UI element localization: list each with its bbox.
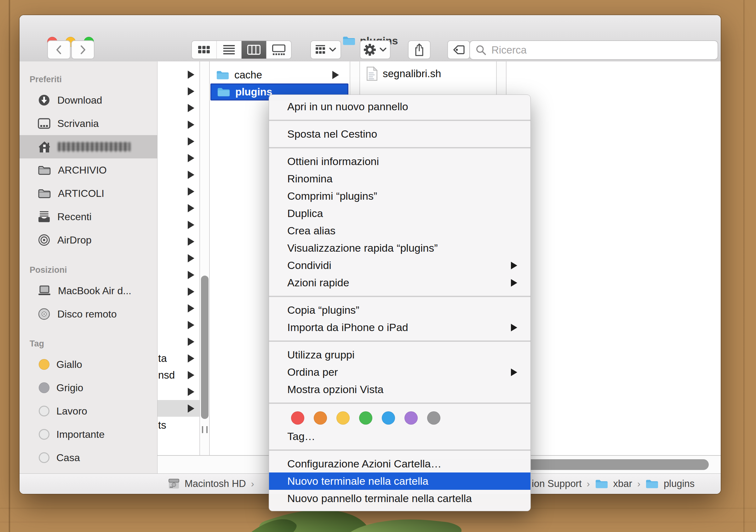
column1-row[interactable] (157, 300, 200, 317)
path-label: Macintosh HD (185, 478, 246, 490)
sidebar-item-archivio[interactable]: ARCHIVIO (19, 158, 157, 182)
sidebar-item-scrivania[interactable]: Scrivania (19, 112, 157, 135)
tag-color-swatch[interactable] (382, 412, 395, 425)
column1-row[interactable] (157, 250, 200, 266)
search-field[interactable] (469, 40, 718, 60)
menu-item-crea-alias[interactable]: Crea alias (269, 222, 530, 239)
disclosure-arrow-icon (188, 354, 194, 362)
column1-row[interactable] (157, 283, 200, 300)
menu-item-sposta-nel-cestino[interactable]: Sposta nel Cestino (269, 125, 530, 143)
gallery-view-button[interactable] (266, 41, 291, 59)
disclosure-arrow-icon (188, 87, 194, 95)
column1-row[interactable] (157, 383, 200, 400)
sidebar-item-importante[interactable]: Importante (19, 423, 157, 446)
folder-icon (38, 188, 51, 199)
menu-item-utilizza-gruppi[interactable]: Utilizza gruppi (269, 346, 530, 363)
share-button[interactable] (408, 40, 431, 59)
column-1-scrollbar-thumb[interactable] (201, 276, 208, 419)
path-segment-disk[interactable]: Macintosh HD › (168, 474, 254, 494)
menu-item-nuovo-terminale-nella-cartella[interactable]: Nuovo terminale nella cartella (269, 472, 530, 490)
menu-item-importa-da-iphone-o-ipad[interactable]: Importa da iPhone o iPad (269, 319, 530, 336)
menu-item-label: Apri in un nuovo pannello (287, 100, 408, 113)
menu-tag-colors (269, 408, 530, 428)
menu-separator (269, 296, 530, 297)
tag-color-swatch[interactable] (337, 412, 350, 425)
columns-view-button[interactable] (242, 41, 266, 59)
tag-color-swatch[interactable] (314, 412, 327, 425)
submenu-arrow-icon (511, 262, 517, 269)
path-label[interactable]: xbar (613, 478, 632, 490)
search-icon (476, 45, 486, 55)
menu-item-nuovo-pannello-terminale-nella-cartella[interactable]: Nuovo pannello terminale nella cartella (269, 490, 530, 507)
menu-item-rinomina[interactable]: Rinomina (269, 170, 530, 187)
sidebar-item-casa[interactable]: Casa (19, 446, 157, 469)
sidebar-item-label: Grigio (56, 382, 83, 394)
sidebar-item-label: Giallo (56, 359, 82, 370)
path-label[interactable]: plugins (664, 478, 694, 490)
menu-item-ottieni-informazioni[interactable]: Ottieni informazioni (269, 153, 530, 170)
menu-item-configurazione-azioni-cartella[interactable]: Configurazione Azioni Cartella… (269, 455, 530, 472)
tag-color-swatch[interactable] (427, 412, 440, 425)
menu-item-apri-in-un-nuovo-pannello[interactable]: Apri in un nuovo pannello (269, 98, 530, 115)
column1-row[interactable] (157, 266, 200, 283)
sidebar-item-giallo[interactable]: Giallo (19, 353, 157, 376)
menu-item-tag[interactable]: Tag… (269, 428, 530, 445)
sidebar-item-recenti[interactable]: Recenti (19, 205, 157, 228)
back-button[interactable] (47, 40, 70, 59)
menu-item-duplica[interactable]: Duplica (269, 205, 530, 222)
chevR-icon (78, 44, 88, 55)
column1-row[interactable] (157, 166, 200, 183)
column1-row[interactable] (157, 66, 200, 83)
column1-row[interactable] (157, 133, 200, 149)
column1-row[interactable] (157, 400, 200, 417)
sidebar-item-airdrop[interactable]: AirDrop (19, 228, 157, 252)
action-button[interactable] (360, 40, 391, 59)
forward-button[interactable] (71, 40, 94, 59)
sidebar-item-label: Disco remoto (57, 308, 117, 320)
list-icon (223, 45, 235, 55)
tag-icon (452, 44, 466, 55)
menu-item-visualizzazione-rapida-plugins[interactable]: Visualizzazione rapida “plugins” (269, 239, 530, 257)
column1-row[interactable] (157, 333, 200, 350)
tag-button[interactable] (447, 40, 470, 59)
tag-color-swatch[interactable] (291, 412, 304, 425)
search-input[interactable] (491, 44, 712, 56)
column1-row[interactable] (157, 83, 200, 99)
column1-row[interactable]: ts (157, 417, 200, 434)
sidebar-item-download[interactable]: Download (19, 89, 157, 112)
menu-item-ordina-per[interactable]: Ordina per (269, 363, 530, 381)
submenu-arrow-icon (511, 324, 517, 332)
menu-item-azioni-rapide[interactable]: Azioni rapide (269, 274, 530, 291)
menu-item-comprimi-plugins[interactable]: Comprimi “plugins” (269, 187, 530, 205)
sidebar-item-grigio[interactable]: Grigio (19, 376, 157, 399)
sidebar-item-home[interactable] (19, 135, 157, 158)
sidebar-item-macbook-air-d-[interactable]: MacBook Air d... (19, 279, 157, 303)
tag-color-swatch[interactable] (359, 412, 372, 425)
file-row-cache[interactable]: cache (210, 66, 348, 84)
sidebar-item-disco-remoto[interactable]: Disco remoto (19, 303, 157, 326)
tag-color-swatch[interactable] (404, 412, 418, 425)
menu-item-mostra-opzioni-vista[interactable]: Mostra opzioni Vista (269, 381, 530, 398)
column1-row[interactable] (157, 99, 200, 116)
icons-view-button[interactable] (192, 41, 217, 59)
menu-item-condividi[interactable]: Condividi (269, 257, 530, 274)
column-resize-handle[interactable] (202, 426, 207, 433)
column1-row[interactable] (157, 183, 200, 200)
column1-row[interactable] (157, 149, 200, 166)
column1-row[interactable] (157, 216, 200, 233)
column1-row[interactable] (157, 200, 200, 216)
column1-row[interactable]: nsd (157, 367, 200, 383)
column1-row[interactable] (157, 317, 200, 333)
chevL-icon (54, 44, 64, 55)
sidebar-item-articoli[interactable]: ARTICOLI (19, 182, 157, 205)
column1-row[interactable]: ta (157, 350, 200, 367)
menu-item-label: Duplica (287, 207, 323, 220)
menu-item-copia-plugins[interactable]: Copia “plugins” (269, 302, 530, 319)
path-label[interactable]: ion Support (532, 478, 582, 490)
file-row-segnalibri.sh[interactable]: segnalibri.sh (361, 65, 496, 82)
list-view-button[interactable] (217, 41, 242, 59)
column1-row[interactable] (157, 233, 200, 250)
sidebar-item-lavoro[interactable]: Lavoro (19, 399, 157, 423)
column1-row[interactable] (157, 116, 200, 133)
group-button[interactable] (310, 40, 341, 59)
